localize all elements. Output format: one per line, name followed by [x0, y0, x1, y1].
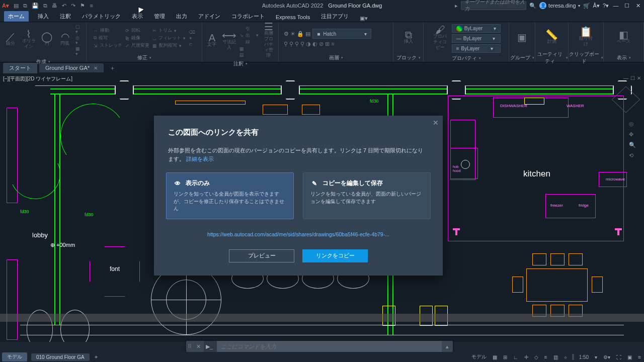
status-polar-icon[interactable]: ✛ — [523, 354, 529, 360]
panel-label-props[interactable]: プロパティ — [424, 55, 509, 62]
cart-icon[interactable]: 🛒 — [583, 3, 590, 9]
panel-label-annot[interactable]: 注釈 — [202, 60, 278, 67]
plot-icon[interactable]: 🖶 — [52, 3, 57, 9]
navbar[interactable]: ◎ ✥ 🔍 ⟲ — [629, 121, 636, 159]
tab-home[interactable]: ホーム — [4, 11, 29, 22]
undo-icon[interactable]: ↶ — [62, 3, 66, 9]
status-trans-icon[interactable]: ▥ — [552, 354, 559, 360]
doctab-active[interactable]: Ground Floor GA*✕ — [39, 63, 104, 72]
tool-group[interactable]: ▣ — [514, 35, 531, 41]
learn-more-link[interactable]: 詳細を表示 — [186, 156, 214, 162]
preview-button[interactable]: プレビュー — [229, 249, 294, 262]
doctab-close-icon[interactable]: ✕ — [94, 65, 98, 71]
tab-manage[interactable]: 管理 — [152, 11, 167, 22]
window-close[interactable]: ✕ — [634, 3, 642, 9]
tool-hatch[interactable]: ▦ ▾ — [75, 46, 83, 56]
tool-paste[interactable]: 📋貼り付け — [578, 29, 595, 47]
nav-pan-icon[interactable]: ✥ — [629, 131, 636, 138]
help-search-input[interactable]: キーワードまたは語句を入力 — [461, 1, 526, 10]
layout-tab-add[interactable]: ＋ — [94, 353, 99, 360]
tool-layerprops[interactable]: ☰画層プロパティ管理 — [262, 24, 275, 58]
tab-addins[interactable]: アドイン — [196, 11, 222, 22]
copy-link-button[interactable]: リンクをコピー — [302, 249, 368, 262]
nav-zoom-icon[interactable]: 🔍 — [629, 142, 636, 148]
tool-measure[interactable]: 📏計測 — [543, 32, 560, 44]
tool-fillet[interactable]: ◡ フィレット ▾ — [152, 35, 186, 41]
tab-annotate[interactable]: 注釈 — [58, 11, 73, 22]
app-logo-icon[interactable]: A▾ — [2, 3, 9, 9]
cmd-close-icon[interactable]: ✕ — [193, 343, 204, 350]
nav-orbit-icon[interactable]: ⟲ — [629, 152, 636, 159]
tab-selector-icon[interactable]: ▣▾ — [360, 15, 368, 22]
vp-max-icon[interactable]: ☐ — [630, 75, 635, 81]
cmd-history-icon[interactable]: ▴ — [442, 343, 453, 350]
save-icon[interactable]: 💾 — [32, 3, 39, 9]
panel-label-group[interactable]: グループ — [509, 54, 535, 62]
panel-label-modify[interactable]: 修正 — [87, 54, 202, 62]
qat-more-icon[interactable]: ≡ — [90, 3, 93, 9]
status-ortho-icon[interactable]: ∟ — [512, 354, 519, 360]
tool-line[interactable]: ／線分 — [3, 34, 18, 46]
viewcube[interactable] — [612, 86, 640, 115]
tool-dimension[interactable]: ⟷寸法記入 — [222, 33, 236, 50]
status-scale[interactable]: 1:50 — [578, 354, 590, 360]
saveas-icon[interactable]: ⧉ — [43, 3, 47, 9]
panel-label-clipboard[interactable]: クリップボード — [569, 54, 603, 62]
color-select[interactable]: ByLayer▾ — [452, 24, 501, 33]
command-input[interactable] — [217, 341, 442, 352]
option-edit-copy[interactable]: ✎コピーを編集して保存 リンクを知っている全員が、図面の新しいバージョンを編集し… — [303, 172, 431, 219]
option-view-only[interactable]: 👁表示のみ リンクを知っている全員が図面を表示できますが、コピーを修正したり保存… — [166, 172, 294, 219]
tool-rotate[interactable]: ⟳ 回転 — [125, 27, 149, 34]
status-model[interactable]: モデル — [470, 353, 488, 360]
share-icon[interactable]: ⚑ — [80, 3, 85, 9]
tab-collaborate[interactable]: コラボレート — [229, 11, 267, 22]
tool-stretch[interactable]: ⇲ ストレッチ — [94, 42, 122, 49]
tool-polyline[interactable]: ⌇ポリライン — [21, 32, 36, 49]
linetype-select[interactable]: ≡ ByLayer▾ — [452, 44, 501, 53]
viewport-label[interactable]: [−][平面図][2D ワイヤフレーム] — [3, 75, 72, 82]
tab-featured[interactable]: 注目アプリ — [319, 11, 351, 22]
tool-leader[interactable]: ↘ 引出線 ▾ — [239, 26, 259, 45]
window-maximize[interactable]: ☐ — [623, 3, 631, 9]
tab-output[interactable]: 出力 — [174, 11, 189, 22]
layer-state-icons[interactable]: ⚙ ☀ 🔒 ▤ — [284, 31, 310, 37]
tool-arc[interactable]: ◠円弧 — [57, 34, 72, 46]
status-gear-icon[interactable]: ⚙▾ — [602, 354, 611, 360]
tool-scale[interactable]: ⤢ 尺度変更 — [125, 42, 149, 49]
tab-parametric[interactable]: パラメトリック — [80, 11, 123, 22]
status-cycle-icon[interactable]: ⟐ — [563, 354, 568, 360]
panel-label-block[interactable]: ブロック — [393, 54, 423, 62]
tool-offset[interactable]: ⊂ — [189, 42, 195, 47]
user-menu[interactable]: 👤 teresa.ding ▾ — [539, 2, 580, 9]
help-icon[interactable]: ?▾ — [603, 3, 609, 9]
tool-matchprop[interactable]: 🖌プロパティコピー — [432, 27, 449, 50]
nav-wheel-icon[interactable]: ◎ — [629, 121, 636, 127]
tool-mirror[interactable]: ⧎ 鏡像 — [125, 35, 149, 41]
doctab-start[interactable]: スタート — [3, 63, 37, 73]
command-line[interactable]: ⠿ ✕ ▶_ ▴ — [186, 341, 453, 352]
tool-circle[interactable]: ◯円 — [39, 34, 54, 46]
status-annoscale-icon[interactable]: ⛶ — [615, 354, 622, 360]
tab-view[interactable]: 表示 — [130, 11, 145, 22]
tab-express[interactable]: Express Tools — [274, 13, 312, 22]
tab-insert[interactable]: 挿入 — [36, 11, 51, 22]
search-icon[interactable]: 🔍 — [529, 3, 536, 9]
status-qp-icon[interactable]: ▣ — [626, 354, 633, 360]
layout-tab-model[interactable]: モデル — [2, 352, 27, 361]
tool-text[interactable]: A文字 — [205, 35, 219, 47]
tool-explode[interactable]: ✶ — [189, 36, 195, 41]
panel-label-layer[interactable]: 画層 — [279, 54, 393, 62]
panel-label-utility[interactable]: ユーティリティ — [535, 54, 568, 62]
panel-label-view[interactable]: 表示 — [604, 54, 643, 62]
tool-rect[interactable]: ▢ ▾ — [75, 24, 83, 34]
status-lwt-icon[interactable]: ≡ — [543, 354, 548, 360]
dialog-close-icon[interactable]: ✕ — [433, 119, 439, 127]
share-url-link[interactable]: https://web.autocad.com/acad/me/sid/shar… — [207, 231, 389, 237]
redo-icon[interactable]: ↷ — [71, 3, 75, 9]
vp-min-icon[interactable]: — — [623, 75, 628, 81]
open-icon[interactable]: ⧉ — [23, 3, 27, 9]
tool-base[interactable]: ◧ベース — [615, 32, 632, 44]
tool-ellipse[interactable]: ◎ ▾ — [75, 35, 83, 45]
quick-access-toolbar[interactable]: ▤ ⧉ 💾 ⧉ 🖶 ↶ ↷ ⚑ ≡ — [12, 3, 95, 9]
window-minimize[interactable]: — — [612, 3, 620, 9]
